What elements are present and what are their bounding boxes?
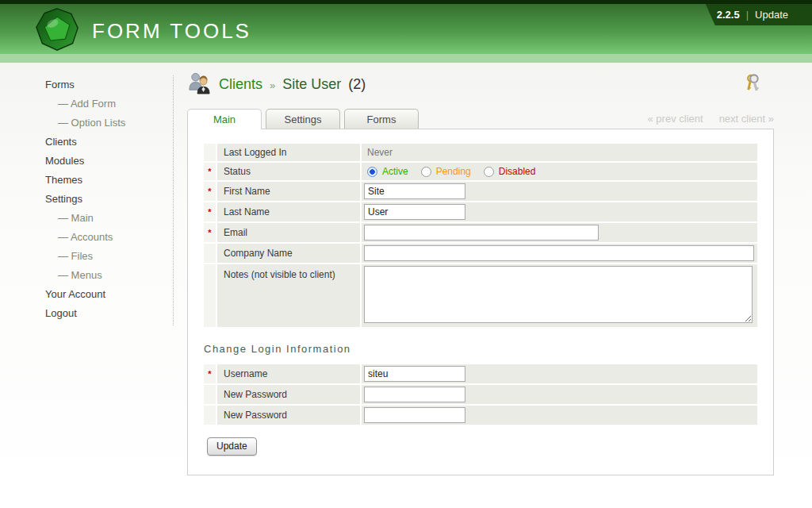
sidebar-item-settings[interactable]: Settings (45, 194, 164, 204)
app-title: FORM TOOLS (92, 19, 251, 44)
version-separator: | (746, 9, 749, 21)
app-header: FORM TOOLS 2.2.5 | Update (0, 4, 812, 54)
last-logged-in-value: Never (362, 144, 757, 161)
row-notes: Notes (not visible to client) (204, 264, 757, 327)
field-label: Last Logged In (217, 144, 360, 161)
row-new-password: New Password (204, 385, 757, 404)
row-company-name: Company Name (204, 244, 757, 263)
client-pager: « prev client next client » (648, 113, 774, 129)
required-marker: * (204, 163, 216, 180)
status-option-active-label: Active (382, 166, 408, 177)
required-marker: * (204, 364, 216, 383)
first-name-input[interactable] (364, 183, 465, 199)
sidebar-nav: Forms — Add Form — Option Lists Clients … (45, 79, 164, 327)
status-radio-active[interactable] (367, 167, 377, 177)
version-tab: 2.2.5 | Update (693, 4, 812, 25)
main-content: Clients » Site User (2) Main Settings Fo… (187, 71, 774, 475)
status-option-pending-label: Pending (436, 166, 471, 177)
status-radio-disabled[interactable] (484, 167, 494, 177)
sidebar-item-files[interactable]: — Files (45, 251, 164, 261)
clients-icon (187, 71, 212, 98)
breadcrumb-clients-link[interactable]: Clients (219, 76, 262, 93)
new-password-confirm-input[interactable] (364, 407, 465, 423)
prev-client-link[interactable]: « prev client (648, 113, 703, 125)
required-cell (204, 144, 216, 161)
field-label: New Password (217, 406, 360, 425)
header-accent-band (0, 54, 812, 63)
sidebar-item-forms[interactable]: Forms (45, 79, 164, 90)
field-label: First Name (217, 182, 360, 201)
update-version-link[interactable]: Update (755, 9, 788, 21)
client-main-panel: Last Logged In Never * Status Active Pen… (187, 129, 774, 475)
login-info-table: * Username New Password New Password (202, 363, 759, 426)
required-cell (204, 406, 216, 425)
last-name-input[interactable] (364, 204, 465, 220)
sidebar-item-accounts[interactable]: — Accounts (45, 232, 164, 242)
field-label: Company Name (217, 244, 360, 263)
email-input[interactable] (364, 225, 599, 241)
sidebar-item-option-lists[interactable]: — Option Lists (45, 117, 164, 128)
field-label: Email (217, 223, 360, 242)
row-new-password-confirm: New Password (204, 406, 757, 425)
tab-bar: Main Settings Forms « prev client next c… (187, 110, 774, 129)
field-label: Last Name (217, 202, 360, 221)
sidebar-item-modules[interactable]: Modules (45, 156, 164, 166)
sidebar-item-your-account[interactable]: Your Account (45, 289, 164, 299)
client-details-table: Last Logged In Never * Status Active Pen… (202, 142, 759, 329)
breadcrumb-separator: » (270, 78, 275, 91)
next-client-link[interactable]: next client » (719, 113, 774, 125)
new-password-input[interactable] (364, 387, 465, 402)
sidebar-item-menus[interactable]: — Menus (45, 270, 164, 280)
row-email: * Email (204, 223, 757, 242)
tab-main[interactable]: Main (187, 109, 262, 129)
required-marker: * (204, 202, 216, 221)
sidebar-divider (173, 75, 174, 325)
row-last-name: * Last Name (204, 202, 757, 221)
tab-settings[interactable]: Settings (266, 109, 340, 129)
required-cell (204, 385, 216, 404)
row-first-name: * First Name (204, 182, 757, 201)
status-radio-group: Active Pending Disabled (364, 166, 755, 177)
formtools-logo-icon (35, 7, 79, 55)
sidebar-item-settings-main[interactable]: — Main (45, 213, 164, 223)
breadcrumb: Clients » Site User (2) (187, 71, 774, 97)
login-as-client-keys-icon[interactable] (743, 71, 761, 96)
status-radio-pending[interactable] (421, 167, 431, 177)
sidebar-item-themes[interactable]: Themes (45, 175, 164, 185)
row-status: * Status Active Pending Disabled (204, 163, 757, 180)
field-label: Notes (not visible to client) (217, 264, 360, 327)
row-username: * Username (204, 364, 757, 383)
breadcrumb-page-title: Site User (282, 76, 341, 93)
notes-textarea[interactable] (364, 266, 753, 323)
required-cell (204, 264, 216, 327)
sidebar-item-logout[interactable]: Logout (45, 308, 164, 318)
version-number: 2.2.5 (717, 9, 740, 21)
breadcrumb-page-count: (2) (348, 76, 366, 93)
sidebar-item-clients[interactable]: Clients (45, 137, 164, 147)
update-button[interactable]: Update (207, 437, 257, 456)
field-label: New Password (217, 385, 360, 404)
field-label: Status (217, 163, 360, 180)
required-cell (204, 244, 216, 263)
sidebar-item-add-form[interactable]: — Add Form (45, 98, 164, 109)
company-name-input[interactable] (364, 245, 754, 261)
required-marker: * (204, 182, 216, 201)
row-last-logged-in: Last Logged In Never (204, 144, 757, 161)
field-label: Username (217, 364, 360, 383)
change-login-heading: Change Login Information (204, 343, 759, 355)
tab-forms[interactable]: Forms (344, 109, 419, 129)
required-marker: * (204, 223, 216, 242)
status-option-disabled-label: Disabled (499, 166, 536, 177)
username-input[interactable] (364, 366, 465, 382)
